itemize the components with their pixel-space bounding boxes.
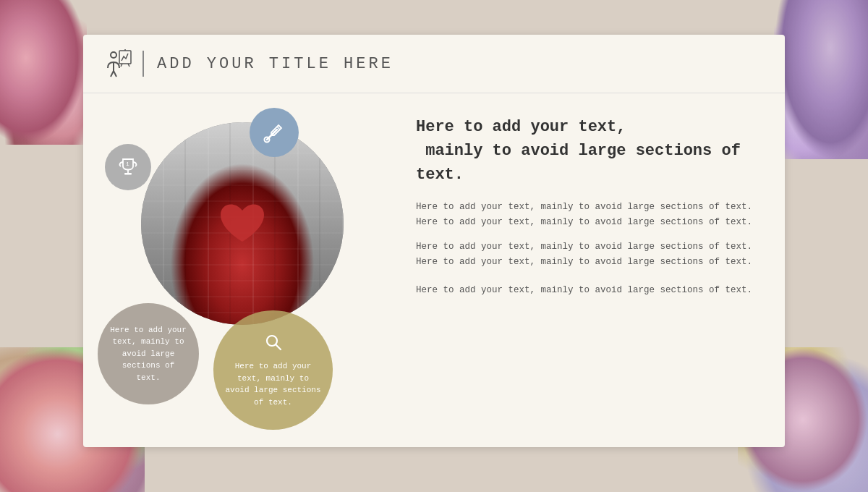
- left-panel: 1 Here to add your text, mainly to avoid…: [98, 108, 401, 433]
- presenter-icon: [101, 48, 132, 80]
- floral-top-right: [774, 0, 868, 159]
- title-divider: [142, 51, 144, 77]
- floral-top-left: [0, 0, 87, 145]
- gold-bubble-text: Here to add your text, mainly to avoid l…: [225, 360, 321, 408]
- search-icon: [263, 332, 284, 356]
- content-area: 1 Here to add your text, mainly to avoid…: [83, 93, 785, 448]
- photo-inner: [141, 122, 344, 325]
- svg-line-14: [276, 344, 281, 349]
- svg-line-3: [114, 71, 116, 77]
- trophy-circle: 1: [105, 144, 151, 190]
- main-heading[interactable]: Here to add your text, mainly to avoid l…: [416, 115, 756, 187]
- gray-bubble-text: Here to add your text, mainly to avoid l…: [109, 324, 187, 384]
- main-card: ADD YOUR TITLE HERE: [83, 35, 785, 447]
- svg-point-0: [111, 52, 116, 58]
- photo-circle: [141, 122, 344, 325]
- right-panel: Here to add your text, mainly to avoid l…: [401, 108, 770, 433]
- body-paragraph-2[interactable]: Here to add your text, mainly to avoid l…: [416, 239, 756, 269]
- gold-text-bubble: Here to add your text, mainly to avoid l…: [213, 310, 333, 430]
- tools-circle: [250, 108, 299, 157]
- header: ADD YOUR TITLE HERE: [83, 35, 785, 93]
- body-paragraph-3[interactable]: Here to add your text, mainly to avoid l…: [416, 283, 756, 298]
- svg-text:1: 1: [126, 161, 129, 167]
- svg-line-2: [111, 71, 114, 77]
- gray-text-bubble: Here to add your text, mainly to avoid l…: [98, 303, 199, 404]
- svg-rect-9: [124, 173, 132, 175]
- page-title[interactable]: ADD YOUR TITLE HERE: [157, 55, 393, 73]
- body-paragraph-1[interactable]: Here to add your text, mainly to avoid l…: [416, 200, 756, 229]
